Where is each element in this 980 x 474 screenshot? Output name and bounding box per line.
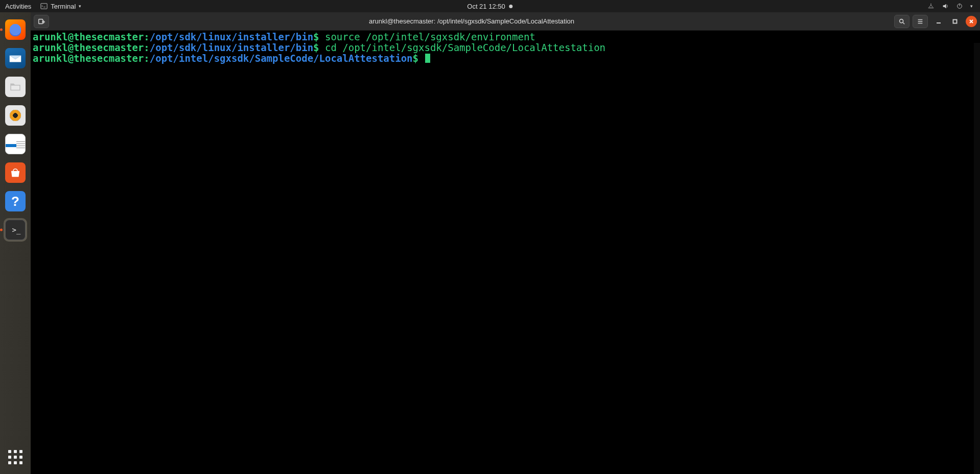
- prompt-command: cd /opt/intel/sgxsdk/SampleCode/LocalAtt…: [325, 42, 605, 53]
- app-menu-label: Terminal: [51, 3, 76, 10]
- prompt-path: /opt/sdk/linux/installer/bin: [150, 31, 313, 42]
- prompt-path: /opt/sdk/linux/installer/bin: [150, 42, 313, 53]
- firefox-icon: [5, 19, 26, 40]
- dock-files[interactable]: [4, 75, 27, 99]
- prompt-user: arunkl@thesecmaster: [33, 31, 144, 42]
- terminal-output[interactable]: arunkl@thesecmaster:/opt/sdk/linux/insta…: [31, 31, 980, 474]
- svg-rect-0: [41, 4, 47, 9]
- network-icon: [927, 3, 935, 10]
- prompt-path: /opt/intel/sgxsdk/SampleCode/LocalAttest…: [150, 53, 413, 64]
- clock-text: Oct 21 12:50: [467, 3, 505, 10]
- ubuntu-dock: ?: [0, 12, 31, 474]
- clock[interactable]: Oct 21 12:50: [467, 3, 512, 10]
- terminal-icon: [40, 3, 48, 10]
- dock-thunderbird[interactable]: [4, 46, 27, 70]
- app-menu[interactable]: Terminal ▾: [40, 3, 81, 10]
- prompt-command: source /opt/intel/sgxsdk/environment: [325, 31, 535, 42]
- show-applications-button[interactable]: [4, 445, 27, 469]
- svg-point-4: [900, 19, 903, 22]
- prompt-user: arunkl@thesecmaster: [33, 42, 144, 53]
- terminal-line: arunkl@thesecmaster:/opt/intel/sgxsdk/Sa…: [33, 53, 978, 64]
- terminal-cursor: [425, 54, 430, 63]
- dock-software[interactable]: [4, 161, 27, 184]
- minimize-icon: [936, 19, 941, 24]
- chevron-down-icon: ▾: [970, 4, 973, 9]
- terminal-scrollbar[interactable]: [974, 43, 980, 474]
- ubuntu-software-icon: [5, 162, 26, 183]
- svg-rect-2: [11, 86, 19, 90]
- search-icon: [898, 18, 905, 25]
- window-title: arunkl@thesecmaster: /opt/intel/sgxsdk/S…: [52, 17, 891, 25]
- dock-writer[interactable]: [4, 132, 27, 156]
- window-minimize-button[interactable]: [933, 16, 944, 27]
- help-icon: ?: [5, 191, 26, 211]
- close-icon: [969, 19, 974, 24]
- terminal-window: arunkl@thesecmaster: /opt/intel/sgxsdk/S…: [31, 12, 980, 474]
- svg-rect-3: [39, 19, 43, 23]
- thunderbird-icon: [5, 48, 26, 68]
- system-status-area[interactable]: ▾: [927, 3, 980, 10]
- dock-rhythmbox[interactable]: [4, 104, 27, 127]
- notification-dot-icon: [509, 5, 513, 8]
- hamburger-icon: [917, 18, 924, 25]
- prompt-user: arunkl@thesecmaster: [33, 53, 144, 64]
- volume-icon: [942, 3, 949, 10]
- search-button[interactable]: [894, 15, 909, 28]
- chevron-down-icon: ▾: [79, 4, 81, 9]
- hamburger-menu-button[interactable]: [913, 15, 928, 28]
- maximize-icon: [952, 19, 958, 24]
- libreoffice-writer-icon: [5, 134, 26, 154]
- rhythmbox-icon: [5, 105, 26, 126]
- window-close-button[interactable]: [966, 16, 977, 27]
- dock-firefox[interactable]: [4, 18, 27, 41]
- files-icon: [5, 77, 26, 97]
- window-maximize-button[interactable]: [949, 16, 961, 27]
- terminal-icon: [5, 220, 26, 240]
- gnome-top-panel: Activities Terminal ▾ Oct 21 12:50 ▾: [0, 0, 980, 12]
- activities-button[interactable]: Activities: [5, 3, 31, 10]
- power-icon: [956, 3, 963, 10]
- terminal-line: arunkl@thesecmaster:/opt/sdk/linux/insta…: [33, 42, 978, 53]
- new-tab-button[interactable]: [34, 15, 49, 28]
- dock-help[interactable]: ?: [4, 189, 27, 213]
- dock-terminal[interactable]: [4, 218, 27, 242]
- new-tab-icon: [38, 18, 45, 25]
- terminal-line: arunkl@thesecmaster:/opt/sdk/linux/insta…: [33, 32, 978, 42]
- window-titlebar: arunkl@thesecmaster: /opt/intel/sgxsdk/S…: [31, 12, 980, 31]
- svg-rect-5: [953, 19, 957, 23]
